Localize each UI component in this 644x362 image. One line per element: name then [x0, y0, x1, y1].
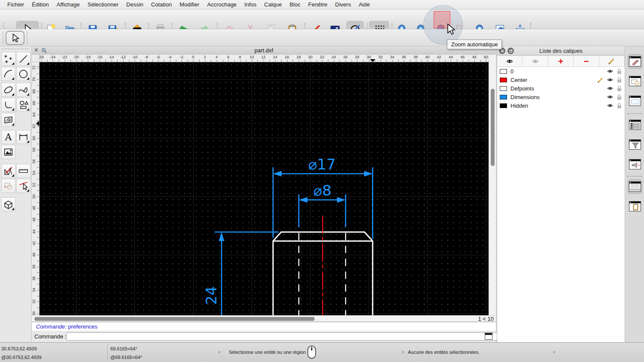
- horizontal-scrollbar-thumb[interactable]: [34, 317, 315, 321]
- menu-selectionner[interactable]: Sélectionner: [84, 0, 122, 9]
- layer-lock-icon[interactable]: [617, 68, 622, 75]
- dock-layer-list-icon[interactable]: [628, 54, 642, 69]
- vertical-scrollbar-thumb[interactable]: [491, 89, 495, 166]
- menu-divers[interactable]: Divers: [331, 0, 355, 9]
- hatch-icon: [3, 115, 14, 125]
- points-tool-button[interactable]: [1, 52, 15, 66]
- line-tool-button[interactable]: [16, 52, 30, 66]
- h-ruler-number: 36: [402, 55, 406, 59]
- menu-affichage[interactable]: Affichage: [53, 0, 84, 9]
- select-entity-tool-button[interactable]: [16, 179, 30, 193]
- menu-aide[interactable]: Aide: [355, 0, 374, 9]
- hatch-tool-button[interactable]: [1, 113, 15, 127]
- layer-visibility-icon[interactable]: [607, 85, 614, 91]
- dock-filter-icon[interactable]: [628, 137, 642, 152]
- menu-cotation[interactable]: Cotation: [147, 0, 176, 9]
- drawing-canvas[interactable]: ⌀17 ⌀8 24: [39, 62, 489, 315]
- v-ruler-number: 46: [32, 217, 36, 222]
- h-ruler-number: 46: [460, 55, 465, 59]
- layer-color-swatch[interactable]: [500, 86, 507, 91]
- layer-row-hidden[interactable]: Hidden: [497, 101, 625, 110]
- menu-bloc[interactable]: Bloc: [286, 0, 304, 9]
- menu-dessin[interactable]: Dessin: [122, 0, 147, 9]
- add-layer-button[interactable]: +: [548, 56, 574, 66]
- svg-text:A: A: [5, 132, 12, 142]
- dock-block-list-icon[interactable]: [628, 74, 642, 88]
- h-ruler-number: -10: [132, 55, 137, 59]
- h-ruler-number: 0: [192, 55, 194, 59]
- abs-coordinates: 30.6753,62.4939: [1, 346, 37, 351]
- explode-tool-button[interactable]: [1, 179, 15, 193]
- pointer-tool-button[interactable]: [6, 31, 24, 45]
- dim-text-height: 24: [203, 286, 220, 305]
- h-ruler-number: -4: [168, 55, 171, 59]
- tab-title[interactable]: part.dxf: [32, 47, 496, 54]
- librecad-window: { "window": { "scale_indicator": "1 < 10…: [0, 0, 644, 362]
- menu-fenetre[interactable]: Fenêtre: [304, 0, 331, 9]
- dock-library-browser-icon[interactable]: [628, 94, 642, 108]
- dock-entity-list-icon[interactable]: [628, 118, 642, 132]
- rel-coordinates: @30.6753,62.4939: [1, 355, 42, 360]
- shapes-icon: [18, 100, 29, 110]
- dimension-tool-button[interactable]: [16, 130, 30, 144]
- layer-color-swatch[interactable]: [500, 95, 507, 100]
- polygon-tool-button[interactable]: [16, 98, 30, 112]
- menu-calque[interactable]: Calque: [260, 0, 286, 9]
- polyline-tool-button[interactable]: [1, 98, 15, 112]
- ellipse-tool-button[interactable]: [1, 83, 15, 97]
- layer-visibility-icon[interactable]: [607, 94, 614, 100]
- layer-row-center[interactable]: Center: [497, 75, 625, 84]
- dock-clipboard-icon[interactable]: [628, 199, 642, 214]
- v-ruler-number: 72: [32, 66, 36, 70]
- layer-lock-icon[interactable]: [617, 103, 622, 109]
- command-input[interactable]: [66, 332, 514, 341]
- menu-fichier[interactable]: Fichier: [3, 0, 28, 9]
- tool-palette: A: [0, 46, 32, 342]
- show-all-layers-button[interactable]: [497, 56, 522, 66]
- dock-pen-palette-icon[interactable]: [628, 157, 642, 172]
- v-ruler-number: 58: [32, 148, 36, 152]
- layer-color-swatch[interactable]: [500, 78, 507, 82]
- image-tool-button[interactable]: [1, 145, 15, 159]
- menu-modifier[interactable]: Modifier: [176, 0, 203, 9]
- spline-tool-button[interactable]: [16, 83, 30, 97]
- circle-tool-button[interactable]: [16, 67, 30, 81]
- ruler-x-marker: [370, 59, 375, 62]
- layer-lock-icon[interactable]: [617, 85, 622, 92]
- dock-command-widget-icon[interactable]: [628, 179, 642, 194]
- panel-float-icon[interactable]: [507, 48, 514, 54]
- layer-row-dimensions[interactable]: Dimensions: [497, 93, 625, 101]
- arc-tool-button[interactable]: [1, 67, 15, 81]
- text-tool-button[interactable]: A: [1, 130, 15, 144]
- menu-edition[interactable]: Édition: [28, 0, 53, 9]
- h-ruler-number: 38: [413, 55, 418, 59]
- circle-icon: [18, 69, 29, 79]
- measure-tool-button[interactable]: [16, 164, 30, 178]
- layer-visibility-icon[interactable]: [607, 68, 614, 74]
- edit-layer-button[interactable]: [599, 56, 625, 66]
- v-ruler-number: 36: [32, 276, 36, 281]
- dimension-icon: [18, 132, 29, 142]
- cursor-arrow-icon: [10, 33, 20, 43]
- h-ruler-number: -24: [50, 55, 55, 59]
- console-detach-button[interactable]: [485, 333, 492, 340]
- modify-tool-button[interactable]: [1, 164, 15, 178]
- secondary-toolbar: [0, 29, 644, 46]
- layer-color-swatch[interactable]: [500, 103, 507, 108]
- layer-row-defpoints[interactable]: Defpoints: [497, 84, 625, 93]
- modify-icon: [3, 166, 14, 176]
- layer-color-swatch[interactable]: [500, 69, 507, 74]
- menu-accrochage[interactable]: Accrochage: [203, 0, 240, 9]
- vertical-scrollbar[interactable]: [489, 54, 496, 315]
- layer-lock-icon[interactable]: [617, 77, 622, 83]
- menu-infos[interactable]: Infos: [240, 0, 260, 9]
- layer-row-0[interactable]: 0: [497, 67, 625, 75]
- hide-all-layers-button[interactable]: [522, 56, 548, 66]
- 3d-box-tool-button[interactable]: [1, 197, 15, 211]
- status-dot: [553, 351, 556, 353]
- layer-visibility-icon[interactable]: [607, 103, 614, 109]
- layer-visibility-icon[interactable]: [607, 77, 614, 83]
- remove-layer-button[interactable]: −: [574, 56, 599, 66]
- layer-lock-icon[interactable]: [617, 94, 622, 100]
- horizontal-scrollbar[interactable]: 1 < 10: [32, 315, 496, 322]
